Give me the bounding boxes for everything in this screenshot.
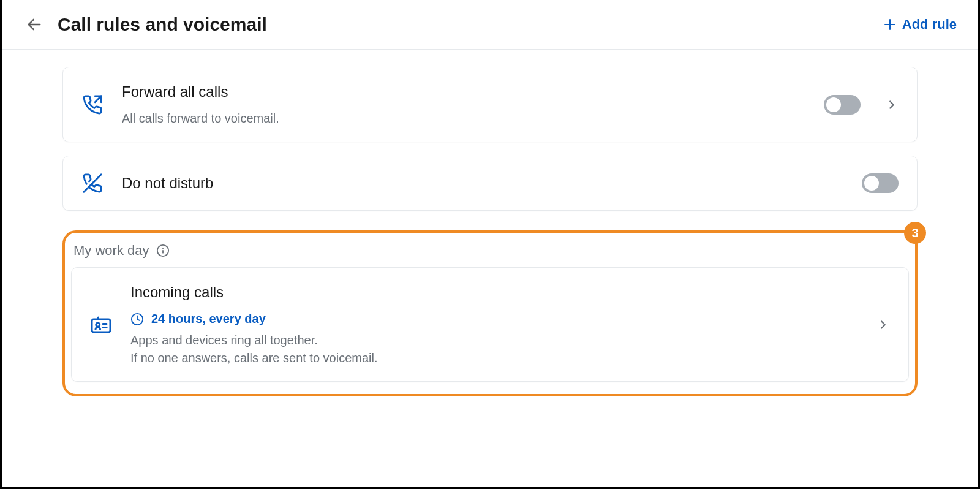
dnd-toggle[interactable] — [862, 173, 899, 193]
my-work-day-section: 3 My work day — [62, 230, 918, 396]
incoming-calls-card[interactable]: Incoming calls 24 hours, every day Apps … — [71, 267, 909, 382]
schedule-text: 24 hours, every day — [151, 312, 266, 326]
dnd-card[interactable]: Do not disturb — [62, 156, 918, 211]
incoming-desc-1: Apps and devices ring all together. — [130, 333, 876, 347]
svg-point-9 — [96, 323, 100, 327]
add-rule-label: Add rule — [902, 17, 957, 32]
forward-all-calls-card[interactable]: Forward all calls All calls forward to v… — [62, 67, 918, 142]
toggle-knob — [864, 176, 879, 191]
svg-line-3 — [95, 96, 101, 102]
incoming-desc-2: If no one answers, calls are sent to voi… — [130, 351, 876, 365]
chevron-right-icon — [876, 318, 890, 332]
forward-toggle[interactable] — [824, 95, 861, 115]
content-area: Forward all calls All calls forward to v… — [2, 50, 978, 396]
plus-icon — [883, 17, 897, 32]
incoming-card-title: Incoming calls — [130, 284, 876, 301]
step-badge: 3 — [904, 222, 926, 244]
back-button[interactable] — [23, 13, 45, 36]
arrow-left-icon — [26, 16, 43, 33]
forward-card-title: Forward all calls — [122, 83, 824, 100]
forward-card-subtitle: All calls forward to voicemail. — [122, 112, 824, 126]
dnd-card-title: Do not disturb — [122, 175, 862, 192]
clock-icon — [130, 313, 144, 326]
svg-rect-8 — [92, 319, 110, 332]
section-title: My work day — [74, 243, 149, 259]
phone-off-icon — [81, 172, 104, 194]
info-icon[interactable] — [156, 244, 170, 257]
chevron-right-icon — [885, 98, 899, 112]
id-card-icon — [90, 314, 112, 336]
page-header: Call rules and voicemail Add rule — [2, 0, 978, 50]
forward-chevron[interactable] — [885, 98, 899, 112]
add-rule-button[interactable]: Add rule — [883, 17, 957, 32]
page-title: Call rules and voicemail — [58, 14, 267, 35]
incoming-chevron[interactable] — [876, 318, 890, 332]
schedule-row[interactable]: 24 hours, every day — [130, 312, 876, 326]
toggle-knob — [826, 97, 841, 112]
phone-forward-icon — [81, 94, 104, 116]
